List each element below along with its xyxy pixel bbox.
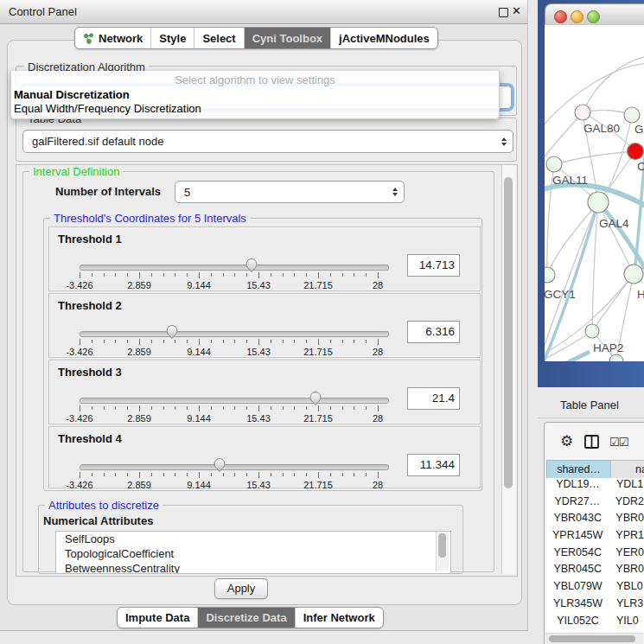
threshold-3-slider[interactable]: -3.4262.8599.14415.4321.71528 xyxy=(80,393,378,423)
cell-name[interactable]: YLR3 xyxy=(609,597,643,615)
column-header-name[interactable]: na xyxy=(610,460,644,479)
cell-name[interactable]: YDL1 xyxy=(609,478,643,495)
cell-shared-name[interactable]: YPR145W xyxy=(546,529,609,546)
node-gal80[interactable] xyxy=(575,105,590,120)
float-window-icon[interactable] xyxy=(499,8,508,17)
horizontal-scrollbar-thumb[interactable] xyxy=(549,635,635,642)
threshold-2-slider[interactable]: -3.4262.8599.14415.4321.71528 xyxy=(80,327,378,356)
table-row[interactable]: YPR145WYPR1 xyxy=(546,529,644,546)
cell-name[interactable]: YIL0 xyxy=(609,615,639,632)
slider-tick xyxy=(115,340,116,343)
control-panel-titlebar[interactable]: Control Panel xyxy=(0,0,527,24)
slider-tick xyxy=(92,273,92,277)
slider-thumb[interactable] xyxy=(309,391,322,406)
table-row[interactable]: YDL19…YDL1 xyxy=(546,478,644,495)
attributes-scrollbar-track[interactable] xyxy=(436,532,449,571)
node-label-partial-mid-right: C xyxy=(637,160,644,173)
tab-cyni-toolbox[interactable]: Cyni Toolbox xyxy=(245,28,331,48)
select-columns-checkboxes-icon[interactable]: ☑☑ xyxy=(609,436,628,449)
node-partial-low-right[interactable] xyxy=(624,265,643,284)
cell-name[interactable]: YPR1 xyxy=(609,529,644,546)
table-row[interactable]: YBR045CYBR0 xyxy=(546,563,644,580)
node-gal11[interactable] xyxy=(546,156,562,172)
tab-jactivemnodules[interactable]: jActiveMNodules xyxy=(331,28,437,48)
slider-track[interactable] xyxy=(80,331,389,337)
slider-thumb[interactable] xyxy=(245,258,258,273)
table-row[interactable]: YBL079WYBL0 xyxy=(546,580,644,597)
cell-shared-name[interactable]: YDR27… xyxy=(546,495,609,513)
cyni-mode-tabs: Impute Data Discretize Data Infer Networ… xyxy=(117,607,384,628)
cell-shared-name[interactable]: YBR043C xyxy=(546,512,609,529)
zoom-traffic-light-icon[interactable] xyxy=(587,10,600,23)
horizontal-scrollbar-track[interactable] xyxy=(545,633,643,644)
threshold-4-value-input[interactable]: 11.344 xyxy=(407,454,460,476)
node-partial-top-right[interactable] xyxy=(624,107,640,123)
node-gal4[interactable] xyxy=(588,192,609,213)
list-item[interactable]: SelfLoops xyxy=(56,532,450,546)
tab-select[interactable]: Select xyxy=(194,28,244,48)
cell-shared-name[interactable]: YBR045C xyxy=(546,563,609,580)
slider-tick xyxy=(354,473,354,476)
network-canvas[interactable]: GAL80 GA C GAL11 GAL4 GCY1 H HAP2 xyxy=(545,25,644,361)
table-row[interactable]: YBR043CYBR0 xyxy=(546,512,644,529)
table-row[interactable]: YDR27…YDR2 xyxy=(546,495,644,513)
columns-icon[interactable] xyxy=(584,435,599,449)
slider-tick xyxy=(175,340,175,343)
slider-track[interactable] xyxy=(80,398,389,404)
cell-name[interactable]: YBL0 xyxy=(609,580,643,597)
node-table-rows[interactable]: YDL19…YDL1 YDR27…YDR2 YBR043CYBR0 YPR145… xyxy=(546,478,644,633)
cell-shared-name[interactable]: YER054C xyxy=(546,546,609,564)
slider-tick xyxy=(211,406,212,410)
threshold-2-value-input[interactable]: 6.316 xyxy=(407,321,460,343)
slider-tick xyxy=(294,340,295,343)
table-row[interactable]: YER054CYER0 xyxy=(546,546,644,564)
list-item[interactable]: TopologicalCoefficient xyxy=(56,546,450,561)
number-of-intervals-combo[interactable]: 5 xyxy=(175,181,405,203)
popup-option-equal-width-frequency[interactable]: Equal Width/Frequency Discretization xyxy=(11,102,499,116)
popup-option-manual-discretization[interactable]: Manual Discretization xyxy=(11,88,499,102)
list-item[interactable]: BetweennessCentrality xyxy=(56,561,450,574)
cell-shared-name[interactable]: YBL079W xyxy=(546,580,609,597)
slider-thumb[interactable] xyxy=(213,457,226,473)
cell-shared-name[interactable]: YIL052C xyxy=(546,615,609,632)
network-icon xyxy=(83,33,94,44)
node-hap2[interactable] xyxy=(585,324,599,338)
node-red-selected[interactable] xyxy=(628,143,644,160)
cell-name[interactable]: YDR2 xyxy=(609,495,644,513)
close-icon[interactable]: ✕ xyxy=(512,4,521,17)
numerical-attributes-list[interactable]: SelfLoops TopologicalCoefficient Between… xyxy=(55,531,451,574)
slider-tick-label: 9.144 xyxy=(187,480,211,490)
threshold-1-value-input[interactable]: 14.713 xyxy=(407,254,460,277)
tab-discretize-data[interactable]: Discretize Data xyxy=(198,608,295,628)
network-window-titlebar[interactable] xyxy=(545,3,644,27)
apply-button[interactable]: Apply xyxy=(214,578,268,599)
threshold-1-slider[interactable]: -3.4262.8599.14415.4321.71528 xyxy=(80,260,378,290)
column-header-shared[interactable]: shared… xyxy=(546,460,611,479)
table-data-combo[interactable]: galFiltered.sif default node xyxy=(22,130,513,153)
slider-thumb[interactable] xyxy=(165,324,179,340)
close-traffic-light-icon[interactable] xyxy=(554,10,567,23)
minimize-traffic-light-icon[interactable] xyxy=(571,10,583,23)
threshold-3-value-input[interactable]: 21.4 xyxy=(407,387,460,410)
slider-track[interactable] xyxy=(80,464,389,470)
vertical-scrollbar-thumb[interactable] xyxy=(504,177,513,488)
cell-name[interactable]: YBR0 xyxy=(609,512,644,529)
tab-style[interactable]: Style xyxy=(151,28,194,48)
tab-impute-data[interactable]: Impute Data xyxy=(118,608,198,628)
cell-shared-name[interactable]: YLR345W xyxy=(546,597,609,615)
table-row[interactable]: YIL052CYIL0 xyxy=(546,615,644,632)
gear-icon[interactable]: ⚙ xyxy=(560,432,573,450)
node-gcy1[interactable] xyxy=(545,267,555,283)
cell-name[interactable]: YBR0 xyxy=(609,563,644,580)
slider-track[interactable] xyxy=(80,265,389,271)
cell-shared-name[interactable]: YDL19… xyxy=(546,478,609,495)
slider-tick xyxy=(139,272,140,278)
threshold-4-slider[interactable]: -3.4262.8599.14415.4321.71528 xyxy=(80,460,378,489)
attributes-scrollbar-thumb[interactable] xyxy=(438,533,446,558)
table-panel-title: Table Panel xyxy=(560,399,619,411)
tab-infer-network[interactable]: Infer Network xyxy=(296,608,383,628)
slider-tick xyxy=(283,473,284,476)
tab-network[interactable]: Network xyxy=(75,28,151,48)
cell-name[interactable]: YER0 xyxy=(609,546,644,564)
table-row[interactable]: YLR345WYLR3 xyxy=(546,597,644,615)
